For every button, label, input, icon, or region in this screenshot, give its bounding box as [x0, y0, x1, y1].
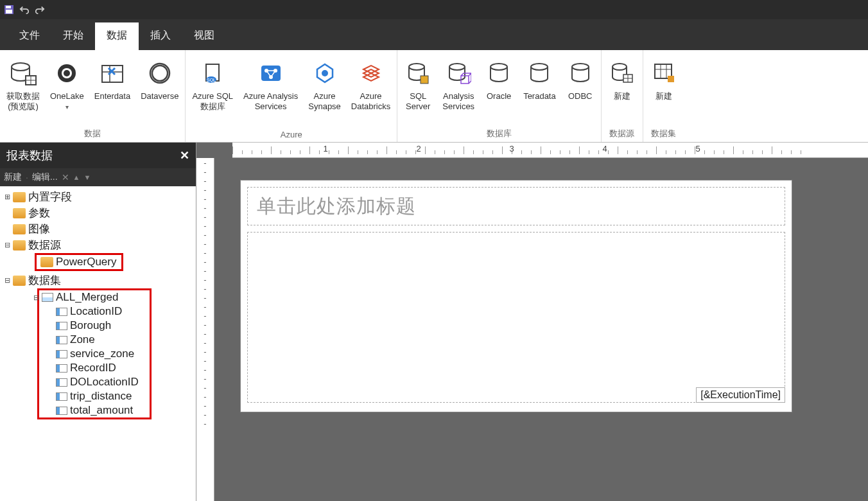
analysis-services-label: Analysis Services	[442, 91, 474, 112]
ribbon-group-data-label: 数据	[84, 127, 101, 142]
workspace: 报表数据 ✕ 新建 · 编辑... ✕ ▲ ▼ ⊞内置字段 参数 图像 ⊟数据源…	[0, 143, 868, 501]
sql-server-button[interactable]: SQL Server	[399, 53, 437, 115]
odbc-icon	[569, 55, 592, 91]
ribbon-group-dataset-label: 数据集	[651, 127, 676, 142]
tree-datasets[interactable]: ⊟数据集	[0, 272, 196, 288]
tab-view[interactable]: 视图	[182, 22, 226, 50]
panel-toolbar: 新建 · 编辑... ✕ ▲ ▼	[0, 168, 196, 186]
tree-field-service_zone[interactable]: service_zone	[39, 347, 150, 361]
tree-field-trip_distance[interactable]: trip_distance	[39, 389, 150, 403]
enterdata-icon	[98, 55, 126, 91]
tree-field-zone[interactable]: Zone	[39, 333, 150, 347]
azure-synapse-label: Azure Synapse	[308, 91, 341, 112]
panel-delete-icon[interactable]: ✕	[62, 172, 69, 182]
azure-sql-button[interactable]: SQL Azure SQL 数据库	[187, 53, 238, 115]
oracle-icon	[487, 55, 510, 91]
teradata-button[interactable]: Teradata	[518, 53, 561, 104]
azure-sql-label: Azure SQL 数据库	[192, 91, 233, 112]
svg-point-22	[531, 64, 548, 70]
database-icon	[40, 257, 53, 267]
oracle-label: Oracle	[487, 91, 511, 101]
panel-edit-button[interactable]: 编辑...	[32, 171, 58, 183]
ribbon-group-db: SQL Server Analysis Services Oracle Tera…	[397, 50, 601, 142]
new-datasource-button[interactable]: 新建	[603, 53, 641, 104]
ribbon-group-datasource: 新建 数据源	[602, 50, 643, 142]
tab-file[interactable]: 文件	[8, 22, 51, 50]
ribbon-group-db-label: 数据库	[487, 127, 512, 142]
tab-strip: 文件 开始 数据 插入 视图	[0, 19, 868, 50]
azure-synapse-icon	[312, 55, 338, 91]
redo-icon[interactable]	[35, 4, 45, 15]
field-icon	[56, 322, 67, 330]
panel-title-label: 报表数据	[6, 148, 53, 163]
odbc-button[interactable]: ODBC	[561, 53, 600, 104]
new-datasource-label: 新建	[614, 91, 630, 101]
field-icon	[56, 392, 67, 401]
tab-data[interactable]: 数据	[95, 22, 139, 50]
dataverse-label: Dataverse	[141, 91, 178, 101]
execution-time-textbox[interactable]: [&ExecutionTime]	[696, 387, 785, 403]
svg-rect-1	[6, 6, 11, 8]
analysis-services-button[interactable]: Analysis Services	[437, 53, 480, 115]
tree-datasources[interactable]: ⊟数据源	[0, 237, 196, 253]
tab-home[interactable]: 开始	[51, 22, 95, 50]
tree-builtin-fields[interactable]: ⊞内置字段	[0, 189, 196, 205]
get-data-button[interactable]: 获取数据 (预览版)	[1, 53, 45, 115]
dataverse-button[interactable]: Dataverse	[135, 53, 184, 104]
folder-icon	[13, 276, 26, 286]
onelake-button[interactable]: OneLake▾	[45, 53, 89, 115]
field-icon	[56, 308, 67, 316]
new-datasource-icon	[609, 55, 635, 91]
horizontal-ruler: 12345	[232, 143, 868, 158]
field-icon	[56, 350, 67, 358]
new-dataset-icon	[651, 55, 677, 91]
title-bar	[0, 0, 868, 19]
folder-icon	[13, 192, 26, 202]
panel-up-icon[interactable]: ▲	[73, 173, 80, 181]
azure-analysis-button[interactable]: Azure Analysis Services	[238, 53, 303, 115]
tree-field-recordid[interactable]: RecordID	[39, 361, 150, 375]
report-title-placeholder[interactable]: 单击此处添加标题	[247, 187, 785, 225]
panel-close-icon[interactable]: ✕	[180, 148, 189, 163]
tree-field-borough[interactable]: Borough	[39, 319, 150, 333]
report-data-tree: ⊞内置字段 参数 图像 ⊟数据源 PowerQuery ⊟数据集 ⊟ALL_Me…	[0, 186, 196, 501]
tree-parameters[interactable]: 参数	[0, 205, 196, 221]
panel-down-icon[interactable]: ▼	[83, 173, 91, 181]
onelake-label: OneLake▾	[50, 91, 84, 112]
page-host[interactable]: 单击此处添加标题 [&ExecutionTime]	[232, 172, 868, 501]
panel-title-bar: 报表数据 ✕	[0, 143, 196, 168]
svg-rect-27	[668, 76, 674, 82]
save-icon[interactable]	[4, 4, 14, 15]
undo-icon[interactable]	[19, 4, 30, 15]
svg-point-20	[449, 64, 465, 70]
report-body[interactable]: [&ExecutionTime]	[247, 232, 785, 403]
tree-field-total_amount[interactable]: total_amount	[39, 403, 150, 418]
svg-rect-8	[102, 66, 123, 82]
enterdata-button[interactable]: Enterdata	[89, 53, 135, 104]
report-page[interactable]: 单击此处添加标题 [&ExecutionTime]	[240, 180, 792, 412]
odbc-label: ODBC	[568, 91, 593, 101]
ribbon-group-azure-label: Azure	[281, 128, 302, 142]
get-data-label: 获取数据 (预览版)	[6, 91, 40, 112]
tab-insert[interactable]: 插入	[139, 22, 182, 50]
svg-point-7	[64, 70, 70, 76]
tree-datasource-powerquery[interactable]: PowerQuery	[37, 255, 121, 269]
report-data-panel: 报表数据 ✕ 新建 · 编辑... ✕ ▲ ▼ ⊞内置字段 参数 图像 ⊟数据源…	[0, 143, 196, 501]
tree-field-dolocationid[interactable]: DOLocationID	[39, 375, 150, 389]
tree-images[interactable]: 图像	[0, 221, 196, 237]
onelake-icon	[54, 55, 80, 91]
azure-synapse-button[interactable]: Azure Synapse	[303, 53, 346, 115]
field-icon	[56, 407, 67, 415]
azure-databricks-button[interactable]: Azure Databricks	[346, 53, 395, 115]
dataverse-icon	[147, 55, 173, 91]
new-dataset-button[interactable]: 新建	[645, 53, 683, 104]
svg-rect-19	[421, 76, 428, 84]
analysis-services-icon	[446, 55, 471, 91]
field-icon	[56, 364, 67, 373]
oracle-button[interactable]: Oracle	[480, 53, 518, 104]
teradata-icon	[528, 55, 551, 91]
tree-field-locationid[interactable]: LocationID	[39, 304, 150, 319]
svg-point-9	[150, 64, 169, 83]
panel-new-button[interactable]: 新建	[4, 171, 22, 183]
tree-dataset-allmerged[interactable]: ⊟ALL_Merged	[39, 290, 150, 304]
